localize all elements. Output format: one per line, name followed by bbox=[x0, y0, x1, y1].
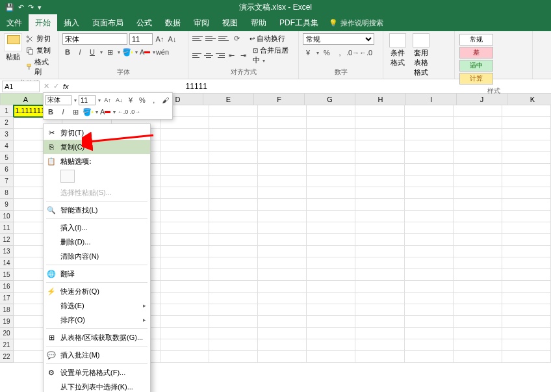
cell[interactable] bbox=[209, 316, 258, 328]
format-painter-button[interactable]: 格式刷 bbox=[23, 57, 54, 77]
cell[interactable] bbox=[405, 304, 454, 316]
cell[interactable] bbox=[160, 339, 209, 351]
cell[interactable] bbox=[405, 187, 454, 199]
cell[interactable] bbox=[307, 281, 355, 293]
cell[interactable] bbox=[209, 129, 258, 140]
row-header[interactable]: 12 bbox=[0, 234, 14, 246]
cell[interactable] bbox=[307, 117, 355, 129]
cell[interactable] bbox=[209, 234, 258, 246]
cell[interactable] bbox=[502, 293, 551, 304]
cell[interactable] bbox=[307, 316, 355, 328]
cell[interactable] bbox=[160, 234, 209, 246]
qat-more-icon[interactable]: ▾ bbox=[38, 3, 42, 12]
confirm-formula-icon[interactable]: ✓ bbox=[53, 82, 59, 90]
tab-insert[interactable]: 插入 bbox=[57, 14, 86, 31]
italic-button[interactable]: I bbox=[75, 47, 85, 57]
cm-dropdown-select[interactable]: 从下拉列表中选择(K)... bbox=[44, 380, 150, 392]
col-header-F[interactable]: F bbox=[254, 94, 305, 105]
mini-fill-color-button[interactable]: 🪣 bbox=[83, 107, 93, 117]
fill-color-button[interactable]: 🪣 bbox=[122, 47, 133, 57]
cell[interactable] bbox=[405, 351, 454, 363]
cell[interactable] bbox=[209, 304, 258, 316]
cell[interactable] bbox=[355, 257, 404, 269]
cm-sort[interactable]: 排序(O)▸ bbox=[44, 313, 150, 327]
cell[interactable] bbox=[405, 105, 454, 117]
undo-icon[interactable]: ↶ bbox=[18, 3, 24, 12]
save-icon[interactable]: 💾 bbox=[5, 3, 14, 12]
cell[interactable] bbox=[355, 304, 404, 316]
cell[interactable] bbox=[502, 246, 551, 257]
row-header[interactable]: 17 bbox=[0, 293, 14, 304]
col-header-H[interactable]: H bbox=[355, 94, 406, 105]
cell[interactable] bbox=[355, 293, 404, 304]
cell[interactable] bbox=[502, 339, 551, 351]
cell[interactable] bbox=[405, 328, 454, 339]
cell[interactable] bbox=[405, 293, 454, 304]
row-header[interactable]: 6 bbox=[0, 164, 14, 176]
cell[interactable] bbox=[502, 304, 551, 316]
orientation-button[interactable]: ⟳ bbox=[231, 33, 242, 44]
cell[interactable] bbox=[405, 211, 454, 222]
row-header[interactable]: 2 bbox=[0, 117, 14, 129]
cell[interactable] bbox=[502, 316, 551, 328]
cell[interactable] bbox=[405, 281, 454, 293]
percent-button[interactable]: % bbox=[322, 47, 332, 58]
cell[interactable] bbox=[209, 339, 258, 351]
cell[interactable] bbox=[160, 164, 209, 176]
mini-font-color-button[interactable]: A bbox=[100, 107, 110, 117]
cell[interactable] bbox=[502, 152, 551, 164]
tab-view[interactable]: 视图 bbox=[216, 14, 244, 31]
cell[interactable] bbox=[209, 293, 258, 304]
cell[interactable] bbox=[160, 211, 209, 222]
cell[interactable] bbox=[160, 316, 209, 328]
cell[interactable] bbox=[258, 234, 307, 246]
decrease-font-icon[interactable]: A↓ bbox=[167, 34, 177, 44]
cell[interactable] bbox=[454, 316, 502, 328]
cell[interactable] bbox=[355, 176, 404, 187]
cell[interactable] bbox=[258, 152, 307, 164]
row-header[interactable]: 5 bbox=[0, 152, 14, 164]
cell[interactable] bbox=[454, 117, 502, 129]
cell[interactable] bbox=[258, 187, 307, 199]
tab-review[interactable]: 审阅 bbox=[187, 14, 216, 31]
cell[interactable] bbox=[258, 316, 307, 328]
cell[interactable] bbox=[209, 199, 258, 211]
cell[interactable] bbox=[258, 293, 307, 304]
row-header[interactable]: 4 bbox=[0, 140, 14, 152]
cell[interactable] bbox=[454, 222, 502, 234]
mini-comma-icon[interactable]: , bbox=[149, 95, 159, 105]
cell[interactable] bbox=[209, 211, 258, 222]
cell[interactable] bbox=[502, 117, 551, 129]
paste-option-icon[interactable] bbox=[60, 170, 75, 183]
cell[interactable] bbox=[355, 199, 404, 211]
cell[interactable] bbox=[355, 351, 404, 363]
increase-font-icon[interactable]: A↑ bbox=[155, 34, 165, 44]
cell[interactable] bbox=[502, 199, 551, 211]
align-left-button[interactable] bbox=[192, 51, 201, 60]
cell[interactable] bbox=[355, 246, 404, 257]
cell[interactable] bbox=[355, 211, 404, 222]
cell[interactable] bbox=[355, 269, 404, 281]
conditional-format-button[interactable]: 条件格式 bbox=[387, 33, 408, 77]
cell[interactable] bbox=[355, 140, 404, 152]
cell[interactable] bbox=[454, 269, 502, 281]
cell[interactable] bbox=[307, 176, 355, 187]
cell[interactable] bbox=[209, 281, 258, 293]
cell[interactable] bbox=[307, 246, 355, 257]
cell[interactable] bbox=[405, 339, 454, 351]
cell[interactable] bbox=[160, 152, 209, 164]
cell[interactable] bbox=[160, 304, 209, 316]
style-calc[interactable]: 计算 bbox=[459, 73, 493, 85]
mini-italic-button[interactable]: I bbox=[58, 107, 68, 117]
cell[interactable] bbox=[454, 304, 502, 316]
cell[interactable] bbox=[160, 222, 209, 234]
row-header[interactable]: 10 bbox=[0, 211, 14, 222]
cell[interactable] bbox=[502, 281, 551, 293]
cell[interactable] bbox=[258, 328, 307, 339]
indent-increase-button[interactable]: ⇥ bbox=[238, 50, 248, 60]
cell[interactable] bbox=[454, 187, 502, 199]
cell[interactable] bbox=[258, 140, 307, 152]
cell[interactable] bbox=[355, 281, 404, 293]
style-good[interactable]: 适中 bbox=[459, 60, 493, 72]
cell[interactable] bbox=[502, 257, 551, 269]
